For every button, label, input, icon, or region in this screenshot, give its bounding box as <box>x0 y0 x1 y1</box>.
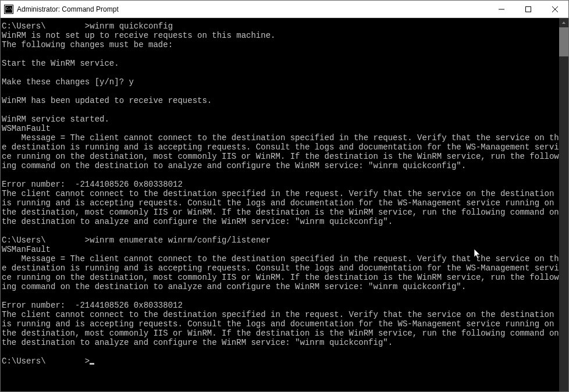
window-title: Administrator: Command Prompt <box>17 5 488 13</box>
output-message: Message = The client cannot connect to t… <box>2 254 559 291</box>
scroll-up-arrow[interactable] <box>559 18 568 27</box>
command-2: >winrm enumerate winrm/config/listener <box>85 236 271 245</box>
output-error-number: Error number: -2144108526 0x80338012 <box>2 301 183 310</box>
output-line: The following changes must be made: <box>2 40 173 49</box>
output-line: Start the WinRM service. <box>2 59 119 68</box>
cursor <box>90 363 94 365</box>
output-message: Message = The client cannot connect to t… <box>2 133 559 170</box>
output-error-text: The client cannot connect to the destina… <box>2 310 559 347</box>
command-prompt-window: C:\ Administrator: Command Prompt C:\Use… <box>0 0 569 392</box>
output-error-number: Error number: -2144108526 0x80338012 <box>2 180 183 189</box>
output-line: WinRM has been updated to receive reques… <box>2 96 212 105</box>
output-line: WinRM service started. <box>2 115 109 124</box>
minimize-button[interactable] <box>488 1 515 17</box>
prompt: C:\Users\ <box>2 236 46 245</box>
svg-rect-5 <box>526 6 531 12</box>
svg-marker-8 <box>562 22 566 24</box>
scroll-thumb[interactable] <box>559 27 568 56</box>
cmd-icon: C:\ <box>4 5 13 14</box>
output-line: WSManFault <box>2 245 51 254</box>
prompt: C:\Users\ <box>2 357 46 366</box>
close-button[interactable] <box>542 1 568 17</box>
redacted-username <box>46 357 85 366</box>
prompt: C:\Users\ <box>2 22 46 31</box>
titlebar[interactable]: C:\ Administrator: Command Prompt <box>1 1 568 18</box>
command-1: >winrm quickconfig <box>85 22 173 31</box>
redacted-username <box>46 236 85 245</box>
redacted-username <box>46 22 85 31</box>
output-error-text: The client cannot connect to the destina… <box>2 189 559 226</box>
prompt-end: > <box>85 357 90 366</box>
terminal-area: C:\Users\ >winrm quickconfig WinRM is no… <box>1 18 568 391</box>
output-line: Make these changes [y/n]? y <box>2 77 134 87</box>
maximize-button[interactable] <box>515 1 542 17</box>
output-line: WSManFault <box>2 124 51 133</box>
terminal-output[interactable]: C:\Users\ >winrm quickconfig WinRM is no… <box>1 18 559 391</box>
output-line: WinRM is not set up to receive requests … <box>2 31 275 40</box>
window-controls <box>488 1 568 17</box>
svg-text:C:\: C:\ <box>6 6 12 10</box>
vertical-scrollbar[interactable] <box>559 18 568 391</box>
